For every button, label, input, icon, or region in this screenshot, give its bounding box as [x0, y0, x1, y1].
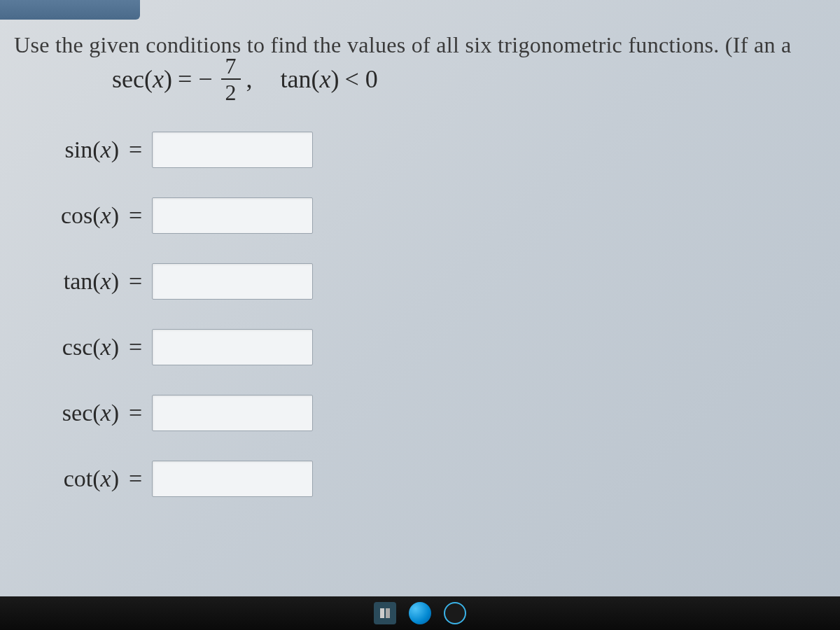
equals-sign: =	[129, 400, 142, 426]
taskbar-app-icon[interactable]	[374, 602, 396, 624]
sec-expression: sec(x) = − 7 2 ,	[112, 55, 253, 104]
taskbar-cortana-icon[interactable]	[444, 602, 466, 624]
comma: ,	[246, 64, 253, 94]
tan-var: x	[320, 65, 331, 93]
fraction-seven-halves: 7 2	[221, 55, 241, 104]
csc-label: csc(x)	[21, 334, 119, 360]
browser-tab-fragment	[0, 0, 140, 20]
equals-sign: =	[129, 136, 142, 163]
sec-label: sec(x)	[21, 400, 119, 426]
app-generic-icon	[379, 607, 391, 620]
tan-input[interactable]	[152, 263, 313, 300]
tan-func-label: tan	[281, 65, 312, 93]
taskbar-edge-icon[interactable]	[409, 602, 431, 624]
row-sin: sin(x) =	[21, 132, 826, 168]
csc-input[interactable]	[152, 329, 313, 365]
equals-sign: =	[129, 202, 142, 229]
sec-func-label: sec	[112, 65, 144, 93]
given-conditions: sec(x) = − 7 2 , tan(x) < 0	[112, 55, 826, 104]
row-cot: cot(x) =	[21, 461, 826, 497]
row-cos: cos(x) =	[21, 197, 826, 234]
svg-rect-0	[380, 608, 384, 618]
cos-input[interactable]	[152, 197, 313, 234]
equals-sign: =	[129, 334, 142, 360]
cos-label: cos(x)	[21, 202, 119, 229]
svg-rect-1	[386, 608, 390, 618]
sin-label: sin(x)	[21, 136, 119, 163]
sin-input[interactable]	[152, 132, 313, 168]
cot-label: cot(x)	[21, 465, 119, 492]
tan-condition: tan(x) < 0	[281, 64, 378, 94]
row-csc: csc(x) =	[21, 329, 826, 365]
fraction-denominator: 2	[221, 80, 241, 104]
equals-sign: =	[129, 268, 142, 295]
sec-var: x	[153, 65, 164, 93]
equals-sign: =	[129, 465, 142, 492]
answer-rows-container: sin(x) = cos(x) = tan(x) = csc(x) = sec(…	[21, 132, 826, 497]
cot-input[interactable]	[152, 461, 313, 497]
equals-negative: = −	[178, 64, 213, 94]
tan-label: tan(x)	[21, 268, 119, 295]
windows-taskbar	[0, 596, 840, 630]
tan-inequality: < 0	[345, 64, 378, 94]
fraction-numerator: 7	[221, 55, 241, 80]
sec-input[interactable]	[152, 395, 313, 431]
row-sec: sec(x) =	[21, 395, 826, 431]
row-tan: tan(x) =	[21, 263, 826, 300]
